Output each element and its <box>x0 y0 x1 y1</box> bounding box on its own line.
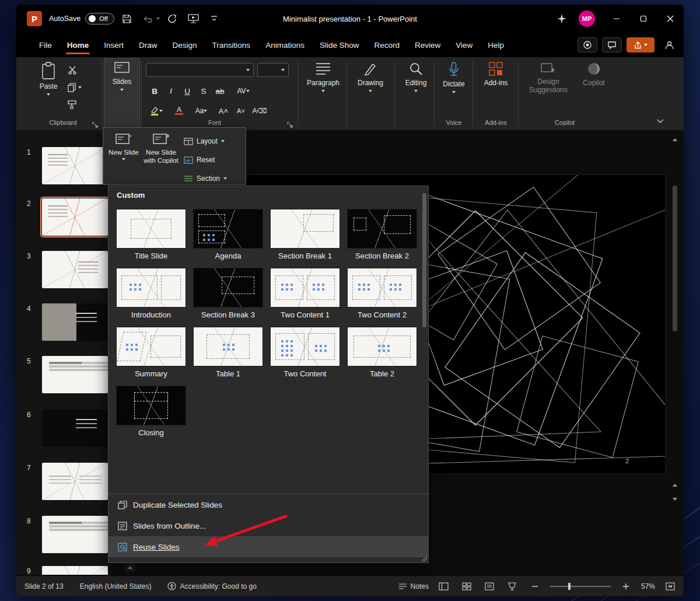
quick-access-toolbar-chevron[interactable] <box>205 10 223 27</box>
layout-closing[interactable]: Closing <box>117 386 186 437</box>
zoom-slider[interactable] <box>550 586 611 587</box>
copilot-button[interactable]: Copilot <box>578 62 610 87</box>
tab-animations[interactable]: Animations <box>258 33 312 57</box>
tab-help[interactable]: Help <box>480 33 512 57</box>
slide-counter[interactable]: Slide 2 of 13 <box>16 582 72 590</box>
tab-view[interactable]: View <box>448 33 480 57</box>
bold-button[interactable]: B <box>147 84 162 98</box>
new-slide-button[interactable]: New Slide <box>108 132 139 160</box>
next-slide-button[interactable] <box>671 494 679 504</box>
addins-button[interactable]: Add-ins <box>477 62 514 87</box>
slide-thumbnail[interactable] <box>42 410 108 447</box>
slide-sorter-view-button[interactable] <box>459 579 474 593</box>
design-suggestions-button[interactable]: Design Suggestions <box>525 62 572 95</box>
tab-review[interactable]: Review <box>407 33 448 57</box>
close-button[interactable] <box>657 5 684 33</box>
layout-two-content-2[interactable]: Two Content 2 <box>348 268 416 319</box>
section-menu-button[interactable]: Section <box>184 174 227 183</box>
layout-summary[interactable]: Summary <box>117 327 186 378</box>
redo-button[interactable] <box>163 10 181 27</box>
slide-thumbnail[interactable] <box>42 566 108 575</box>
reuse-slides-menuitem[interactable]: Reuse Slides <box>108 536 428 557</box>
slide-thumbnail[interactable] <box>42 303 108 341</box>
slides-from-outline-menuitem[interactable]: Slides from Outline... <box>108 515 428 536</box>
scroll-up-button[interactable] <box>671 134 679 145</box>
accessibility-checker[interactable]: Accessibility: Good to go <box>159 582 264 590</box>
paste-button[interactable]: Paste <box>34 62 63 96</box>
layout-table-1[interactable]: Table 1 <box>194 327 262 378</box>
copy-button[interactable] <box>68 83 82 92</box>
tab-insert[interactable]: Insert <box>96 33 131 57</box>
layout-section-break-2[interactable]: Section Break 2 <box>348 209 416 260</box>
highlight-color-button[interactable] <box>147 104 166 118</box>
zoom-in-button[interactable] <box>618 579 634 593</box>
language-selector[interactable]: English (United States) <box>72 582 160 590</box>
gallery-scrollbar-thumb[interactable] <box>422 193 426 327</box>
slide-thumbnail[interactable] <box>42 463 108 500</box>
tab-transitions[interactable]: Transitions <box>205 33 258 57</box>
change-case-button[interactable]: Aa <box>191 104 211 118</box>
collapse-ribbon-button[interactable] <box>657 116 664 126</box>
layout-section-break-3[interactable]: Section Break 3 <box>194 268 262 319</box>
normal-view-button[interactable] <box>436 579 452 593</box>
clear-formatting-button[interactable]: A⌫ <box>252 104 267 118</box>
paragraph-button[interactable]: Paragraph <box>303 62 343 92</box>
thumbnail-scroll-down-button[interactable] <box>125 562 135 572</box>
save-button[interactable] <box>118 10 135 27</box>
layout-two-content-1[interactable]: Two Content 1 <box>271 268 340 319</box>
comments-button[interactable] <box>602 37 622 53</box>
text-shadow-button[interactable]: S <box>196 84 211 98</box>
reading-view-button[interactable] <box>482 579 497 593</box>
notes-toggle[interactable]: Notes <box>398 582 429 590</box>
layout-agenda[interactable]: Agenda <box>194 209 262 260</box>
layout-title-slide[interactable]: Title Slide <box>117 209 186 260</box>
font-name-combobox[interactable] <box>146 63 254 77</box>
tab-record[interactable]: Record <box>366 33 407 57</box>
layout-table-2[interactable]: Table 2 <box>348 327 416 378</box>
slide-thumbnail-selected[interactable] <box>42 198 108 236</box>
gallery-scrollbar[interactable] <box>422 190 427 490</box>
tab-home[interactable]: Home <box>60 33 97 57</box>
zoom-out-button[interactable] <box>527 579 542 593</box>
layout-two-content[interactable]: Two Content <box>271 327 340 378</box>
slideshow-view-button[interactable] <box>505 579 520 593</box>
editing-button[interactable]: Editing <box>399 62 433 92</box>
drawing-button[interactable]: Drawing <box>352 62 388 92</box>
layout-introduction[interactable]: Introduction <box>117 268 186 319</box>
undo-menu-chevron-icon[interactable] <box>156 18 160 20</box>
duplicate-selected-slides-menuitem[interactable]: Duplicate Selected Slides <box>108 494 428 515</box>
account-avatar[interactable]: MP <box>579 11 595 27</box>
tab-slide-show[interactable]: Slide Show <box>312 33 367 57</box>
zoom-level[interactable]: 57% <box>641 582 655 590</box>
previous-slide-button[interactable] <box>671 480 679 490</box>
record-button[interactable] <box>578 37 597 53</box>
italic-button[interactable]: I <box>163 84 178 98</box>
slide-thumbnail[interactable] <box>42 251 108 288</box>
font-color-button[interactable]: A <box>170 104 188 118</box>
layout-section-break-1[interactable]: Section Break 1 <box>271 209 340 260</box>
underline-button[interactable]: U <box>180 84 195 98</box>
minimize-button[interactable] <box>603 5 630 33</box>
start-presentation-button[interactable] <box>184 10 202 27</box>
tab-file[interactable]: File <box>32 33 60 57</box>
character-spacing-button[interactable]: AV <box>233 84 253 98</box>
increase-font-size-button[interactable]: A˄ <box>216 104 231 118</box>
format-painter-button[interactable] <box>68 100 77 109</box>
undo-button[interactable] <box>139 10 156 27</box>
decrease-font-size-button[interactable]: A˅ <box>233 104 249 118</box>
presenter-coach-button[interactable] <box>659 37 679 53</box>
font-dialog-launcher[interactable] <box>287 120 293 131</box>
cut-button[interactable] <box>68 65 77 75</box>
scrollbar-thumb[interactable] <box>673 186 677 331</box>
tab-draw[interactable]: Draw <box>131 33 165 57</box>
vertical-scrollbar[interactable] <box>671 134 679 543</box>
autosave-toggle[interactable]: Off <box>85 13 114 25</box>
layout-menu-button[interactable]: Layout <box>184 137 225 145</box>
share-button[interactable] <box>626 37 654 53</box>
new-slide-with-copilot-button[interactable]: New Slide with Copilot <box>142 132 180 165</box>
zoom-slider-knob[interactable] <box>568 583 570 590</box>
slide-thumbnail[interactable] <box>42 147 108 184</box>
search-sparkle-button[interactable] <box>553 10 570 27</box>
clipboard-dialog-launcher[interactable] <box>92 120 99 131</box>
fit-slide-to-window-button[interactable] <box>663 579 678 593</box>
